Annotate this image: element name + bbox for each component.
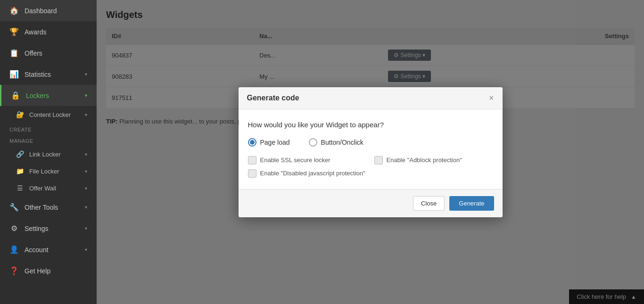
sidebar-item-account[interactable]: 👤 Account ▾ <box>0 239 97 260</box>
sidebar-label: Lockers <box>26 92 79 99</box>
link-locker-icon: 🔗 <box>15 150 25 158</box>
help-icon: ❓ <box>9 266 19 275</box>
radio-group: Page load Button/Onclick <box>248 138 493 147</box>
other-tools-icon: 🔧 <box>9 203 19 212</box>
checkbox-disabled-js[interactable]: Enable "Disabled javascript protection" <box>248 169 493 178</box>
chevron-down-icon: ▾ <box>85 247 87 252</box>
modal-header: Generate code × <box>239 87 503 109</box>
sidebar-label: Get Help <box>25 267 87 275</box>
radio-circle-selected <box>248 138 256 147</box>
sidebar-label: File Locker <box>29 168 80 175</box>
radio-label: Page load <box>260 139 290 146</box>
chevron-down-icon: ▾ <box>85 169 87 174</box>
sidebar-label: Other Tools <box>25 204 79 211</box>
offers-icon: 📋 <box>9 49 19 58</box>
close-icon[interactable]: × <box>489 94 494 102</box>
checkbox-label: Enable "Adblock protection" <box>387 156 462 164</box>
generate-button[interactable]: Generate <box>449 196 494 211</box>
sidebar-label: Offer Wall <box>29 185 80 192</box>
checkbox-ssl[interactable]: Enable SSL secure locker <box>248 156 367 164</box>
sidebar-label: Awards <box>25 28 87 36</box>
awards-icon: 🏆 <box>9 27 19 36</box>
file-locker-icon: 📁 <box>15 167 25 175</box>
sidebar-item-settings[interactable]: ⚙ Settings ▾ <box>0 218 97 239</box>
modal-question: How would you like your Widget to appear… <box>248 121 493 129</box>
offer-wall-icon: ☰ <box>15 184 25 192</box>
manage-section-label: Manage <box>0 134 97 146</box>
generate-code-modal: Generate code × How would you like your … <box>239 87 503 217</box>
chevron-down-icon: ▾ <box>85 186 87 191</box>
chevron-down-icon: ▾ <box>85 152 87 157</box>
sidebar-label: Dashboard <box>25 7 87 15</box>
sidebar-label: Account <box>25 246 79 254</box>
sidebar-item-offers[interactable]: 📋 Offers <box>0 42 97 64</box>
sidebar-label: Statistics <box>25 71 79 78</box>
radio-circle <box>309 138 317 147</box>
checkbox-label: Enable SSL secure locker <box>260 156 330 164</box>
sidebar-item-statistics[interactable]: 📊 Statistics ▾ <box>0 64 97 85</box>
checkbox-label: Enable "Disabled javascript protection" <box>260 170 365 177</box>
sidebar-item-file-locker[interactable]: 📁 File Locker ▾ <box>0 163 97 180</box>
sidebar-label: Content Locker <box>29 111 80 118</box>
sidebar-item-get-help[interactable]: ❓ Get Help <box>0 260 97 281</box>
account-icon: 👤 <box>9 245 19 254</box>
modal-footer: Close Generate <box>239 189 503 217</box>
sidebar: 🏠 Dashboard 🏆 Awards 📋 Offers 📊 Statisti… <box>0 0 97 304</box>
sidebar-item-link-locker[interactable]: 🔗 Link Locker ▾ <box>0 146 97 163</box>
sidebar-item-offer-wall[interactable]: ☰ Offer Wall ▾ <box>0 180 97 197</box>
checkbox-box <box>248 169 256 178</box>
sidebar-label: Link Locker <box>29 151 80 158</box>
sidebar-label: Settings <box>25 225 79 232</box>
close-button[interactable]: Close <box>413 196 445 211</box>
checkbox-box <box>374 156 383 164</box>
sidebar-item-lockers[interactable]: 🔒 Lockers ▾ <box>0 85 97 106</box>
chevron-down-icon: ▾ <box>85 93 87 98</box>
checkbox-group: Enable SSL secure locker Enable "Adblock… <box>248 156 493 164</box>
lockers-icon: 🔒 <box>11 91 20 100</box>
sidebar-item-other-tools[interactable]: 🔧 Other Tools ▾ <box>0 197 97 218</box>
content-locker-icon: 🔐 <box>15 111 25 118</box>
main-content: Widgets ID# Na... Settings 904837 Des...… <box>97 0 644 304</box>
chevron-down-icon: ▾ <box>85 226 87 231</box>
checkbox-adblock[interactable]: Enable "Adblock protection" <box>374 156 493 164</box>
modal-body: How would you like your Widget to appear… <box>239 109 503 189</box>
modal-title: Generate code <box>247 94 299 102</box>
radio-button-onclick[interactable]: Button/Onclick <box>309 138 363 147</box>
statistics-icon: 📊 <box>9 70 19 79</box>
sidebar-item-content-locker[interactable]: 🔐 Content Locker ▾ <box>0 106 97 123</box>
modal-backdrop: Generate code × How would you like your … <box>97 0 644 304</box>
radio-label: Button/Onclick <box>321 139 363 146</box>
create-section-label: Create <box>0 123 97 134</box>
settings-icon: ⚙ <box>9 224 19 233</box>
sidebar-item-dashboard[interactable]: 🏠 Dashboard <box>0 0 97 21</box>
dashboard-icon: 🏠 <box>9 6 19 15</box>
chevron-down-icon: ▾ <box>85 205 87 210</box>
chevron-down-icon: ▾ <box>85 72 87 77</box>
sidebar-item-awards[interactable]: 🏆 Awards <box>0 21 97 42</box>
sidebar-label: Offers <box>25 49 87 57</box>
chevron-down-icon: ▾ <box>85 112 87 117</box>
radio-page-load[interactable]: Page load <box>248 138 290 147</box>
checkbox-box <box>248 156 256 164</box>
